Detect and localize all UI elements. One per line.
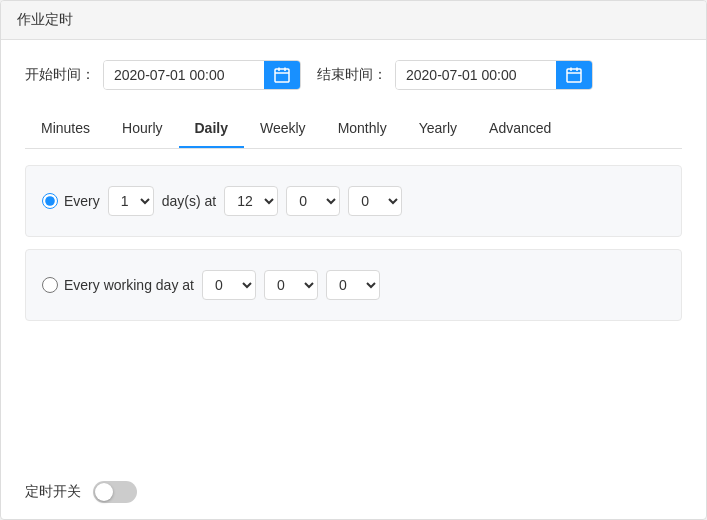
tab-daily[interactable]: Daily — [179, 110, 244, 148]
toggle-label: 定时开关 — [25, 483, 81, 501]
every-day-radio-wrapper: Every — [42, 193, 100, 209]
panel1-hour-select[interactable]: 12 0 1 2 3 4 5 6 7 8 9 10 11 13 14 15 16 — [224, 186, 278, 216]
workday-label: Every working day at — [64, 277, 194, 293]
main-container: 作业定时 开始时间： — [0, 0, 707, 520]
tab-weekly[interactable]: Weekly — [244, 110, 322, 148]
svg-rect-0 — [275, 69, 289, 82]
day-at-label: day(s) at — [162, 193, 216, 209]
tab-hourly[interactable]: Hourly — [106, 110, 178, 148]
panel2-second-select[interactable]: 0 5 10 15 20 25 30 35 40 45 50 55 — [326, 270, 380, 300]
tabs-container: Minutes Hourly Daily Weekly Monthly Year… — [25, 110, 682, 149]
day-count-select[interactable]: 1 2 3 4 5 6 7 — [108, 186, 154, 216]
end-time-input[interactable] — [396, 61, 556, 89]
end-time-input-wrapper — [395, 60, 593, 90]
panel1-second-select[interactable]: 0 5 10 15 20 25 30 35 40 45 50 55 — [348, 186, 402, 216]
every-day-label: Every — [64, 193, 100, 209]
page-title: 作业定时 — [17, 11, 73, 27]
start-calendar-button[interactable] — [264, 61, 300, 89]
start-time-input[interactable] — [104, 61, 264, 89]
start-time-label: 开始时间： — [25, 66, 95, 84]
workday-radio[interactable] — [42, 277, 58, 293]
start-time-input-wrapper — [103, 60, 301, 90]
tab-monthly[interactable]: Monthly — [322, 110, 403, 148]
workday-radio-wrapper: Every working day at — [42, 277, 194, 293]
end-time-group: 结束时间： — [317, 60, 593, 90]
start-time-group: 开始时间： — [25, 60, 301, 90]
every-day-panel: Every 1 2 3 4 5 6 7 day(s) at 12 0 1 2 — [25, 165, 682, 237]
panel1-minute-select[interactable]: 0 5 10 15 20 25 30 35 40 45 50 55 — [286, 186, 340, 216]
every-day-radio[interactable] — [42, 193, 58, 209]
schedule-toggle[interactable] — [93, 481, 137, 503]
tab-yearly[interactable]: Yearly — [403, 110, 473, 148]
end-calendar-button[interactable] — [556, 61, 592, 89]
tab-minutes[interactable]: Minutes — [25, 110, 106, 148]
time-row: 开始时间： 结束时间： — [25, 60, 682, 90]
title-bar: 作业定时 — [1, 1, 706, 40]
calendar-icon — [274, 67, 290, 83]
calendar-icon — [566, 67, 582, 83]
tab-advanced[interactable]: Advanced — [473, 110, 567, 148]
content-area: 开始时间： 结束时间： — [1, 40, 706, 465]
panel2-minute-select[interactable]: 0 5 10 15 20 25 30 35 40 45 50 55 — [264, 270, 318, 300]
svg-rect-4 — [567, 69, 581, 82]
footer: 定时开关 — [1, 465, 706, 519]
end-time-label: 结束时间： — [317, 66, 387, 84]
every-workday-panel: Every working day at 0 1 2 3 4 5 6 7 8 9… — [25, 249, 682, 321]
tab-panels: Every 1 2 3 4 5 6 7 day(s) at 12 0 1 2 — [25, 149, 682, 349]
panel2-hour-select[interactable]: 0 1 2 3 4 5 6 7 8 9 10 11 12 13 14 15 16 — [202, 270, 256, 300]
